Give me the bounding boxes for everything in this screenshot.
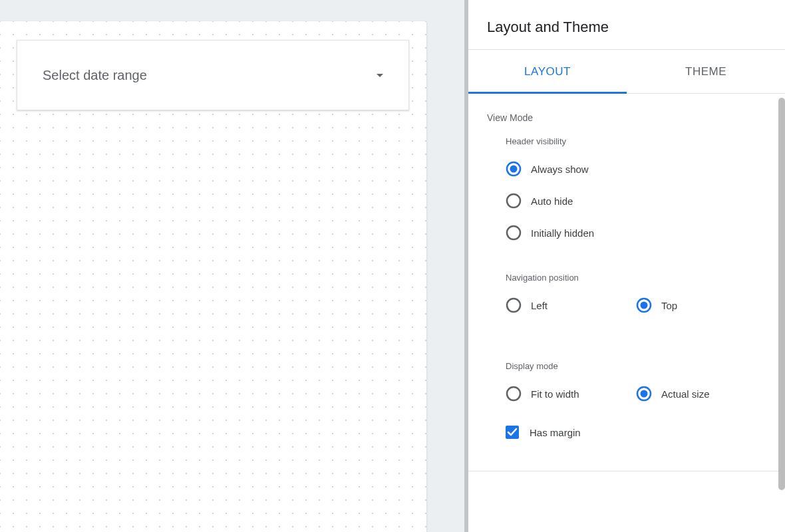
radio-selected-icon xyxy=(636,297,652,313)
subsection-navigation-position: Navigation position Left Top xyxy=(487,273,766,329)
panel-header: Layout and Theme xyxy=(468,0,785,50)
panel-title: Layout and Theme xyxy=(487,19,766,36)
radio-label: Initially hidden xyxy=(531,227,594,239)
radio-label: Always show xyxy=(531,164,589,175)
radio-actual-size[interactable]: Actual size xyxy=(636,386,766,402)
svg-point-3 xyxy=(507,226,520,239)
display-mode-title: Display mode xyxy=(506,361,766,371)
radio-label: Fit to width xyxy=(531,388,579,400)
radio-label: Top xyxy=(661,300,677,311)
checkbox-checked-icon xyxy=(506,426,519,439)
svg-point-9 xyxy=(641,390,648,398)
canvas-page[interactable]: Select date range xyxy=(0,21,426,532)
radio-selected-icon xyxy=(506,161,522,177)
caret-down-icon xyxy=(377,72,383,79)
date-range-label: Select date range xyxy=(43,68,147,83)
tab-layout[interactable]: LAYOUT xyxy=(468,50,627,93)
canvas-area: Select date range xyxy=(0,0,464,532)
svg-point-2 xyxy=(507,194,520,207)
panel-body: View Mode Header visibility Always show … xyxy=(468,94,785,532)
subsection-display-mode: Display mode Fit to width Actual size xyxy=(487,361,766,439)
radio-label: Actual size xyxy=(661,388,710,400)
radio-nav-top[interactable]: Top xyxy=(636,297,766,313)
svg-point-1 xyxy=(510,166,518,173)
radio-selected-icon xyxy=(636,386,652,402)
radio-fit-to-width[interactable]: Fit to width xyxy=(506,386,636,402)
radio-label: Auto hide xyxy=(531,196,573,207)
tab-theme[interactable]: THEME xyxy=(627,50,785,93)
properties-panel: Layout and Theme LAYOUT THEME View Mode … xyxy=(464,0,785,532)
radio-label: Left xyxy=(531,300,548,311)
date-range-selector[interactable]: Select date range xyxy=(17,40,409,110)
svg-point-7 xyxy=(507,387,520,400)
section-view-mode: View Mode xyxy=(487,112,766,123)
checkbox-has-margin[interactable]: Has margin xyxy=(506,426,766,439)
navigation-position-title: Navigation position xyxy=(506,273,766,283)
svg-point-6 xyxy=(641,302,648,309)
radio-unselected-icon xyxy=(506,297,522,313)
header-visibility-title: Header visibility xyxy=(506,136,766,146)
scrollbar-thumb[interactable] xyxy=(778,98,785,490)
radio-nav-left[interactable]: Left xyxy=(506,297,636,313)
radio-initially-hidden[interactable]: Initially hidden xyxy=(506,225,766,241)
section-divider xyxy=(468,471,785,471)
radio-unselected-icon xyxy=(506,386,522,402)
radio-unselected-icon xyxy=(506,193,522,209)
panel-tabs: LAYOUT THEME xyxy=(468,50,785,94)
svg-point-4 xyxy=(507,299,520,312)
radio-always-show[interactable]: Always show xyxy=(506,161,766,177)
radio-auto-hide[interactable]: Auto hide xyxy=(506,193,766,209)
radio-unselected-icon xyxy=(506,225,522,241)
panel-scrollbar[interactable] xyxy=(778,94,785,532)
subsection-header-visibility: Header visibility Always show Auto hide … xyxy=(487,136,766,241)
checkbox-label: Has margin xyxy=(530,427,581,438)
